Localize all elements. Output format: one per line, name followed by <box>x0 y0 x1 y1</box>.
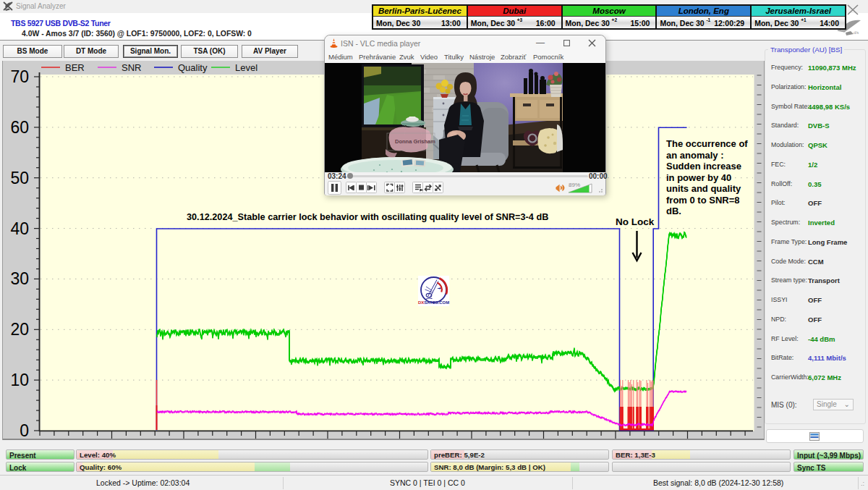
svg-text:d/s: d/s <box>854 30 859 35</box>
svg-text:No Lock: No Lock <box>616 216 655 227</box>
svg-text:SNR: SNR <box>122 62 141 73</box>
svg-text:Quality: Quality <box>178 62 208 73</box>
svg-text:30.12.2024_Stable carrier lock: 30.12.2024_Stable carrier lock behavior … <box>187 212 548 222</box>
svg-text:40: 40 <box>10 219 29 238</box>
svg-text:50: 50 <box>10 169 29 187</box>
svg-text:20: 20 <box>10 320 29 339</box>
svg-text:BER: BER <box>65 62 85 73</box>
svg-text:0: 0 <box>20 421 29 440</box>
svg-text:30: 30 <box>10 269 29 288</box>
svg-text:89%: 89% <box>569 182 580 188</box>
svg-text:70: 70 <box>10 67 29 86</box>
svg-text:Level: Level <box>235 62 258 73</box>
svg-text:10: 10 <box>10 371 29 389</box>
svg-text:60: 60 <box>10 118 29 137</box>
svg-text:Donna Grisham: Donna Grisham <box>395 138 435 145</box>
svg-text:DXSATCS.COM: DXSATCS.COM <box>418 300 449 305</box>
